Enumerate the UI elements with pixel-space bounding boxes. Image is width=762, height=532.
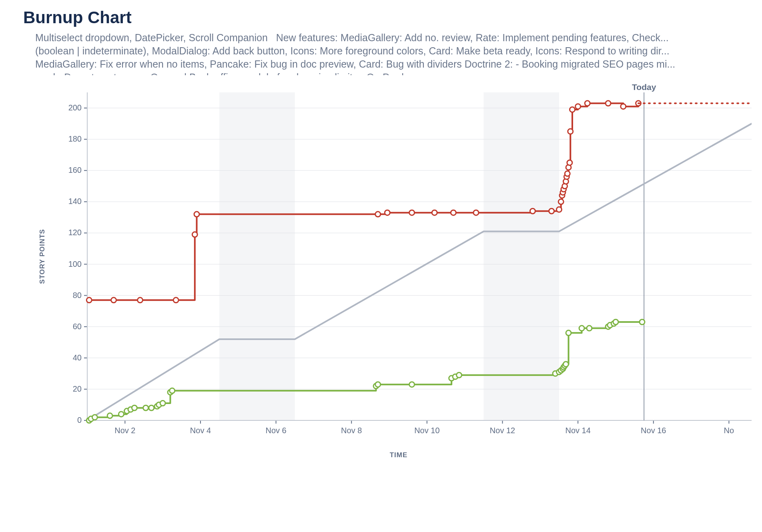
- scope-point: [606, 101, 611, 106]
- x-tick-label: Nov 16: [641, 426, 666, 435]
- done-point: [375, 382, 381, 387]
- done-point: [579, 326, 584, 331]
- scope-point: [567, 160, 572, 165]
- done-point: [107, 413, 112, 418]
- scope-point: [549, 208, 554, 214]
- scope-point: [451, 210, 456, 215]
- x-tick-label: Nov 6: [265, 426, 286, 435]
- done-point: [170, 388, 175, 393]
- scope-point: [375, 212, 381, 217]
- scope-point: [86, 298, 92, 303]
- page-title: Burnup Chart: [23, 8, 762, 27]
- scope-point: [569, 107, 575, 112]
- y-tick-label: 0: [77, 416, 82, 424]
- x-tick-label: Nov 10: [414, 426, 439, 435]
- x-tick-label: No: [724, 426, 734, 435]
- scope-point: [173, 298, 178, 303]
- scope-point: [568, 129, 573, 134]
- x-tick-label: Nov 14: [565, 426, 590, 435]
- scope-point: [576, 104, 581, 109]
- scope-point: [473, 210, 479, 215]
- done-point: [587, 326, 592, 331]
- scope-point: [409, 210, 415, 215]
- x-tick-label: Nov 8: [341, 426, 362, 435]
- done-point: [457, 372, 462, 378]
- y-tick-label: 20: [73, 384, 82, 393]
- done-point: [640, 320, 645, 325]
- scope-point: [138, 298, 143, 303]
- done-point: [409, 382, 415, 387]
- x-tick-label: Nov 4: [190, 426, 211, 435]
- scope-point: [111, 298, 116, 303]
- y-tick-label: 80: [73, 291, 82, 300]
- scope-point: [432, 210, 437, 215]
- y-tick-label: 120: [68, 228, 82, 237]
- today-label: Today: [632, 82, 656, 92]
- burnup-chart: STORY POINTS 020406080100120140160180200…: [35, 82, 762, 459]
- y-tick-label: 200: [68, 103, 82, 112]
- y-tick-label: 60: [73, 322, 82, 331]
- done-point: [118, 412, 124, 417]
- scope-point: [565, 171, 570, 176]
- scope-point: [194, 212, 199, 217]
- done-point: [132, 405, 137, 410]
- weekend-band: [219, 92, 295, 420]
- y-tick-label: 140: [68, 197, 82, 206]
- x-tick-label: Nov 2: [114, 426, 135, 435]
- weekend-band: [483, 92, 559, 420]
- ideal-line: [87, 124, 752, 420]
- done-point: [160, 401, 165, 406]
- scope-point: [556, 207, 561, 212]
- scope-point: [585, 101, 590, 106]
- x-tick-label: Nov 12: [490, 426, 515, 435]
- y-tick-label: 40: [73, 353, 82, 362]
- done-point: [563, 362, 568, 367]
- done-point: [143, 405, 148, 410]
- y-tick-label: 160: [68, 166, 82, 174]
- scope-point: [385, 210, 390, 215]
- done-point: [92, 415, 97, 420]
- sprint-description: Multiselect dropdown, DatePicker, Scroll…: [35, 31, 762, 75]
- scope-point: [621, 104, 626, 109]
- y-axis-label: STORY POINTS: [38, 229, 46, 284]
- scope-point: [558, 199, 563, 204]
- y-tick-label: 100: [68, 260, 82, 268]
- x-axis-label: TIME: [35, 451, 762, 459]
- y-tick-label: 180: [68, 134, 82, 143]
- scope-point: [192, 232, 197, 237]
- done-point: [613, 320, 618, 325]
- done-point: [149, 405, 154, 410]
- chart-plot-area: 020406080100120140160180200Nov 2Nov 4Nov…: [35, 82, 752, 442]
- done-point: [566, 330, 571, 336]
- scope-point: [530, 208, 535, 214]
